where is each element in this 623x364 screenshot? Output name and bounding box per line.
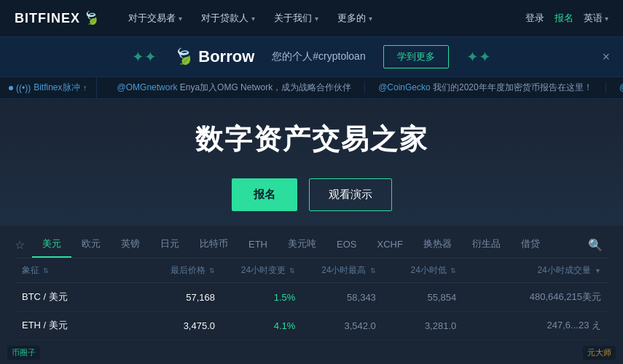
tab-usdt[interactable]: 美元吨 (278, 232, 326, 258)
login-button[interactable]: 登录 (525, 12, 544, 25)
ticker-item: @CoinGecko 我们的2020年年度加密货币报告在这里！ (365, 82, 606, 94)
cell-symbol: ETH / 美元 (22, 319, 119, 332)
hero-buttons: 报名 观看演示 (232, 178, 392, 211)
live-dot-icon (9, 86, 13, 90)
banner-brand: 🍃 Borrow (174, 47, 254, 66)
tab-jpy[interactable]: 日元 (150, 232, 189, 258)
col-header-change: 24小时变更 ⇅ (215, 264, 295, 277)
cell-change: 1.5% (215, 292, 295, 303)
cell-low: 3,281.0 (376, 320, 456, 331)
banner-cta-button[interactable]: 学到更多 (383, 45, 449, 68)
ticker-bar: ((•)) Bitfinex脉冲 ↑ @OMGnetwork Enya加入OMG… (0, 77, 623, 99)
cell-symbol: BTC / 美元 (22, 290, 119, 304)
tab-usd[interactable]: 美元 (32, 232, 71, 258)
cell-high: 3,542.0 (295, 320, 375, 331)
table-row[interactable]: ETH / 美元 3,475.0 4.1% 3,542.0 3,281.0 24… (15, 312, 608, 340)
sort-icon[interactable]: ⇅ (209, 267, 215, 274)
watermark-left: 币圈子 (7, 346, 40, 360)
chevron-down-icon: ▾ (179, 15, 182, 23)
ticker-item: @Plutus PLIP | Pluton流动 (606, 82, 623, 94)
signup-button[interactable]: 报名 (555, 12, 573, 25)
market-table: 象征 ⇅ 最后价格 ⇅ 24小时变更 ⇅ 24小时最高 ⇅ 24小时低 ⇅ 24… (15, 258, 608, 340)
nav-item-more[interactable]: 更多的 ▾ (330, 7, 380, 29)
navbar: BITFINEX 🍃 对于交易者 ▾ 对于贷款人 ▾ 关于我们 ▾ 更多的 ▾ … (0, 0, 623, 36)
logo-leaf-icon: 🍃 (81, 8, 101, 28)
logo-text: BITFINEX (15, 11, 80, 26)
promo-banner: ✦✦ 🍃 Borrow 您的个人#cryptoloan 学到更多 ✦✦ × (0, 36, 623, 77)
cell-change: 4.1% (215, 320, 295, 331)
tab-exchange[interactable]: 换热器 (413, 232, 462, 258)
nav-links: 对于交易者 ▾ 对于贷款人 ▾ 关于我们 ▾ 更多的 ▾ (121, 7, 525, 29)
tab-eur[interactable]: 欧元 (71, 232, 111, 258)
chevron-down-icon: ▾ (251, 15, 255, 23)
watermark-right: 元大师 (583, 346, 616, 360)
cell-volume: 247,6...23 え (456, 319, 601, 332)
hero-signup-button[interactable]: 报名 (232, 178, 297, 211)
tab-gbp[interactable]: 英镑 (111, 232, 150, 258)
col-header-volume: 24小时成交量 ▼ (456, 264, 601, 277)
hero-section: 数字资产交易之家 报名 观看演示 (0, 99, 623, 226)
deco-plus-left: ✦✦ (132, 50, 157, 64)
col-header-high: 24小时最高 ⇅ (295, 264, 375, 277)
banner-leaf-icon: 🍃 (172, 44, 197, 69)
ticker-item: @OMGnetwork Enya加入OMG Network，成为战略合作伙伴 (104, 82, 366, 94)
search-icon[interactable]: 🔍 (582, 232, 608, 258)
sort-icon[interactable]: ⇅ (43, 267, 49, 274)
banner-tagline: 您的个人#cryptoloan (272, 50, 365, 63)
sort-icon-active[interactable]: ▼ (595, 267, 601, 274)
language-selector[interactable]: 英语 ▾ (584, 12, 608, 25)
cell-price: 57,168 (119, 292, 216, 303)
market-tabs: ☆ 美元 欧元 英镑 日元 比特币 ETH 美元吨 EOS XCHF 换热器 衍… (15, 226, 608, 258)
tab-btc[interactable]: 比特币 (189, 232, 238, 258)
col-header-price: 最后价格 ⇅ (119, 264, 216, 277)
sort-icon[interactable]: ⇅ (370, 267, 376, 274)
tab-eos[interactable]: EOS (326, 233, 367, 257)
close-icon[interactable]: × (602, 50, 610, 65)
col-header-symbol: 象征 ⇅ (22, 264, 119, 277)
hero-demo-button[interactable]: 观看演示 (309, 178, 392, 211)
table-header: 象征 ⇅ 最后价格 ⇅ 24小时变更 ⇅ 24小时最高 ⇅ 24小时低 ⇅ 24… (15, 258, 608, 283)
hero-title: 数字资产交易之家 (195, 121, 428, 158)
sort-icon[interactable]: ⇅ (450, 267, 456, 274)
cell-price: 3,475.0 (119, 320, 216, 331)
nav-item-traders[interactable]: 对于交易者 ▾ (121, 7, 189, 29)
tab-eth[interactable]: ETH (238, 233, 278, 257)
nav-item-lenders[interactable]: 对于贷款人 ▾ (194, 7, 262, 29)
favorites-star-icon[interactable]: ☆ (15, 238, 25, 252)
tab-xchf[interactable]: XCHF (367, 233, 412, 257)
logo[interactable]: BITFINEX 🍃 (15, 10, 99, 26)
deco-plus-right: ✦✦ (466, 50, 491, 64)
nav-right: 登录 报名 英语 ▾ (525, 12, 608, 25)
cell-volume: 480,646,215美元 (456, 290, 601, 304)
sort-icon[interactable]: ⇅ (289, 267, 295, 274)
col-header-low: 24小时低 ⇅ (376, 264, 456, 277)
tab-derivatives[interactable]: 衍生品 (462, 232, 511, 258)
chevron-down-icon: ▾ (315, 15, 318, 23)
market-section: ☆ 美元 欧元 英镑 日元 比特币 ETH 美元吨 EOS XCHF 换热器 衍… (0, 226, 623, 340)
table-row[interactable]: BTC / 美元 57,168 1.5% 58,343 55,854 480,6… (15, 283, 608, 312)
chevron-down-icon: ▾ (605, 15, 608, 23)
ticker-scroll: @OMGnetwork Enya加入OMG Network，成为战略合作伙伴 @… (97, 82, 623, 94)
ticker-live-label: ((•)) Bitfinex脉冲 ↑ (0, 77, 97, 98)
cell-high: 58,343 (295, 292, 375, 303)
cell-low: 55,854 (376, 292, 456, 303)
nav-item-about[interactable]: 关于我们 ▾ (267, 7, 326, 29)
tab-lending[interactable]: 借贷 (511, 232, 550, 258)
chevron-down-icon: ▾ (369, 15, 372, 23)
